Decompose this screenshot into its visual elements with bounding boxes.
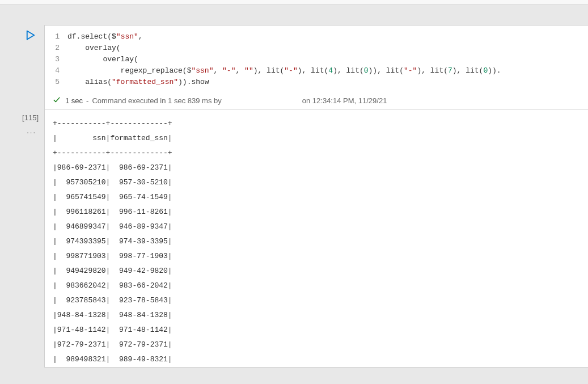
code-line: 2 overlay(	[55, 43, 578, 54]
code-line: 5 alias("formatted_ssn")).show	[55, 77, 578, 88]
code-line: 3 overlay(	[55, 54, 578, 65]
cell-execution-count: [115]	[10, 113, 44, 122]
code-text: overlay(	[67, 54, 138, 65]
line-number: 4	[55, 65, 67, 77]
code-editor[interactable]: 1df.select($"ssn",2 overlay(3 overlay(4 …	[45, 26, 588, 94]
svg-marker-0	[27, 31, 35, 40]
status-duration: 1 sec	[65, 96, 83, 105]
status-timestamp: on 12:34:14 PM, 11/29/21	[302, 96, 387, 105]
code-text: overlay(	[67, 43, 121, 54]
cell-gutter: [115] ...	[10, 25, 44, 368]
line-number: 1	[55, 31, 67, 43]
status-executed: Command executed in 1 sec 839 ms by	[92, 96, 221, 105]
line-number: 5	[55, 77, 67, 88]
code-text: alias("formatted_ssn")).show	[67, 77, 209, 88]
code-line: 4 regexp_replace($"ssn", "-", ""), lit("…	[55, 65, 578, 77]
code-line: 1df.select($"ssn",	[55, 31, 578, 43]
cell-more-menu[interactable]: ...	[10, 126, 44, 135]
line-number: 3	[55, 54, 67, 65]
top-border	[0, 0, 588, 5]
notebook-cell: [115] ... 1df.select($"ssn",2 overlay(3 …	[10, 25, 588, 368]
check-icon	[53, 96, 61, 106]
cell-body: 1df.select($"ssn",2 overlay(3 overlay(4 …	[44, 25, 588, 368]
status-sep: -	[86, 96, 88, 105]
code-text: regexp_replace($"ssn", "-", ""), lit("-"…	[67, 65, 501, 77]
cell-output: +-----------+-------------+ | ssn|format…	[45, 109, 588, 367]
status-row: 1 sec - Command executed in 1 sec 839 ms…	[45, 94, 588, 109]
code-text: df.select($"ssn",	[67, 31, 143, 43]
run-cell-button[interactable]	[25, 29, 37, 42]
line-number: 2	[55, 43, 67, 54]
